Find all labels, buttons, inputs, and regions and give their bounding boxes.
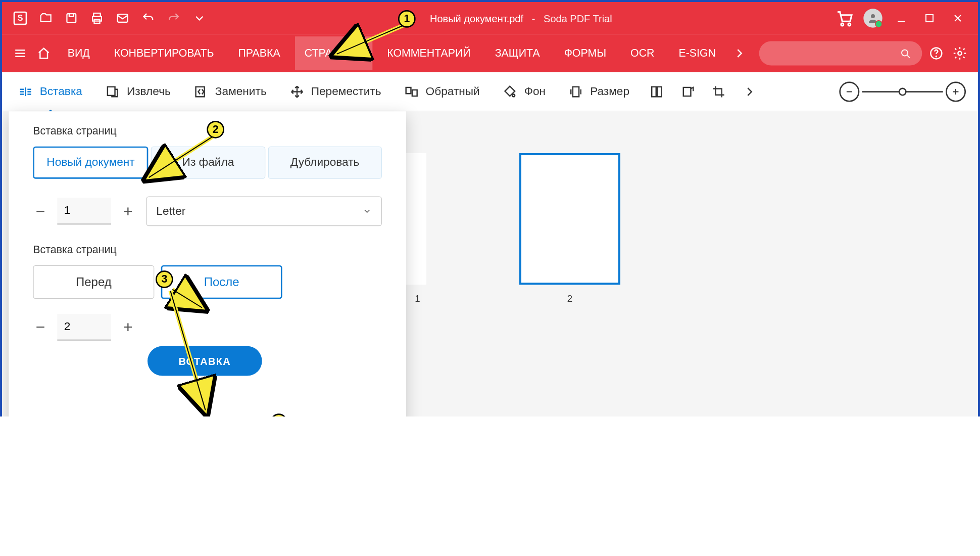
svg-rect-21	[108, 86, 115, 95]
seg-duplicate[interactable]: Дублировать	[268, 147, 382, 179]
pos-input[interactable]	[57, 314, 111, 341]
print-icon[interactable]	[89, 11, 104, 25]
count-plus[interactable]: +	[121, 204, 135, 218]
main-tab-bar: ВИД КОНВЕРТИРОВАТЬ ПРАВКА СТРАНИЦА КОММЕ…	[2, 34, 978, 72]
pos-plus[interactable]: +	[121, 320, 135, 335]
tool-grid-icon[interactable]	[648, 83, 664, 100]
tab-view[interactable]: ВИД	[58, 36, 99, 70]
tool-rotate-icon[interactable]	[679, 83, 696, 100]
page-canvas: 1 2 Вставка страниц Новый документ Из фа…	[2, 111, 978, 416]
svg-point-19	[958, 52, 961, 55]
toolbar-more-icon[interactable]	[741, 83, 757, 100]
tool-size[interactable]: Размер	[564, 80, 633, 103]
paper-size-select[interactable]: Letter	[146, 196, 382, 226]
svg-point-18	[936, 56, 937, 57]
svg-rect-28	[657, 86, 662, 97]
maximize-button[interactable]	[920, 9, 939, 27]
callout-1: 1	[398, 10, 416, 28]
page-thumbnail-2[interactable]	[519, 153, 620, 285]
svg-rect-0	[67, 14, 76, 23]
count-input[interactable]	[57, 198, 111, 224]
tab-convert[interactable]: КОНВЕРТИРОВАТЬ	[105, 36, 223, 70]
tab-esign[interactable]: E-SIGN	[669, 36, 725, 70]
tabs-more-icon[interactable]	[730, 43, 749, 63]
settings-icon[interactable]	[951, 43, 969, 63]
count-minus[interactable]: −	[33, 204, 47, 218]
svg-rect-29	[683, 87, 691, 96]
svg-rect-23	[406, 87, 411, 93]
page-toolbar: Вставка Извлечь Заменить Переместить Обр…	[2, 72, 978, 111]
svg-rect-26	[573, 86, 579, 97]
dropdown-icon[interactable]	[192, 11, 207, 25]
app-logo[interactable]: S	[13, 11, 27, 25]
page-count-stepper[interactable]: − +	[33, 198, 135, 224]
tool-reverse[interactable]: Обратный	[400, 80, 484, 103]
close-button[interactable]	[948, 9, 967, 27]
undo-icon[interactable]	[141, 11, 156, 25]
svg-rect-24	[412, 89, 417, 96]
page-number-2: 2	[567, 293, 572, 303]
page-number-1: 1	[415, 293, 420, 303]
zoom-out-button[interactable]	[839, 81, 859, 102]
tab-comment[interactable]: КОММЕНТАРИЙ	[378, 36, 480, 70]
svg-point-25	[513, 94, 515, 97]
titlebar: S Новый документ.pdf - Soda PDF Trial	[2, 2, 978, 34]
menu-icon[interactable]	[12, 43, 30, 63]
mail-icon[interactable]	[115, 11, 130, 25]
tool-extract[interactable]: Извлечь	[101, 80, 175, 103]
tab-edit[interactable]: ПРАВКА	[229, 36, 290, 70]
window-title: Новый документ.pdf - Soda PDF Trial	[207, 13, 835, 24]
pos-minus[interactable]: −	[33, 320, 47, 335]
tool-background[interactable]: Фон	[499, 80, 550, 103]
zoom-control[interactable]	[839, 81, 966, 102]
panel-title-position: Вставка страниц	[33, 244, 382, 256]
cart-icon[interactable]	[835, 9, 854, 27]
seg-new-document[interactable]: Новый документ	[33, 147, 148, 179]
tab-ocr[interactable]: OCR	[621, 36, 664, 70]
minimize-button[interactable]	[892, 9, 910, 27]
svg-rect-27	[652, 86, 656, 97]
open-icon[interactable]	[38, 11, 53, 25]
seg-after[interactable]: После	[161, 265, 282, 299]
callout-3: 3	[156, 270, 173, 288]
position-stepper[interactable]: − +	[33, 314, 382, 341]
help-icon[interactable]	[927, 43, 946, 63]
tool-crop-icon[interactable]	[710, 83, 726, 100]
tab-protect[interactable]: ЗАЩИТА	[485, 36, 549, 70]
callout-2: 2	[207, 121, 224, 138]
seg-from-file[interactable]: Из файла	[151, 147, 265, 179]
svg-point-7	[871, 14, 875, 18]
svg-point-5	[841, 23, 844, 26]
tool-replace[interactable]: Заменить	[189, 80, 271, 103]
redo-icon[interactable]	[166, 11, 181, 25]
zoom-track[interactable]	[862, 91, 943, 92]
home-icon[interactable]	[35, 43, 53, 63]
svg-line-16	[907, 55, 910, 58]
tool-move[interactable]: Переместить	[285, 80, 385, 103]
zoom-in-button[interactable]	[946, 81, 966, 102]
search-input[interactable]	[759, 41, 922, 65]
user-icon[interactable]	[863, 9, 882, 27]
tab-page[interactable]: СТРАНИЦА	[295, 36, 372, 70]
tool-insert[interactable]: Вставка	[14, 80, 86, 103]
tab-forms[interactable]: ФОРМЫ	[555, 36, 616, 70]
svg-point-6	[848, 23, 851, 26]
insert-pages-panel: Вставка страниц Новый документ Из файла …	[9, 111, 406, 416]
save-icon[interactable]	[64, 11, 79, 25]
svg-rect-9	[926, 15, 933, 22]
svg-point-15	[902, 50, 908, 56]
insert-submit-button[interactable]: ВСТАВКА	[148, 346, 262, 376]
seg-before[interactable]: Перед	[33, 265, 154, 299]
